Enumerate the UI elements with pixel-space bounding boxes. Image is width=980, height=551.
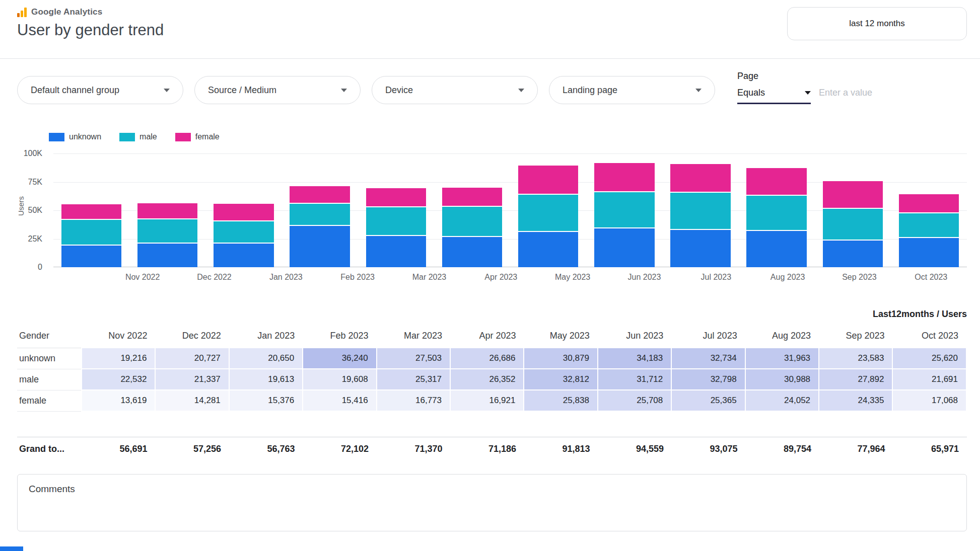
table-cell: 25,365 bbox=[671, 390, 745, 411]
bar-segment-male[interactable] bbox=[442, 207, 502, 237]
chevron-down-icon bbox=[695, 89, 702, 92]
chevron-down-icon bbox=[805, 91, 811, 95]
legend-item-female[interactable]: female bbox=[175, 132, 220, 141]
column-header: Oct 2023 bbox=[892, 326, 966, 348]
bar-segment-unknown[interactable] bbox=[518, 232, 578, 267]
row-label-unknown: unknown bbox=[17, 348, 82, 369]
bar-segment-female[interactable] bbox=[594, 163, 654, 192]
y-axis-ticks: 100K75K50K25K0 bbox=[0, 153, 48, 267]
grand-total-body: Grand to...56,69157,25656,76372,10271,37… bbox=[17, 437, 967, 461]
grand-total-cell: 65,971 bbox=[893, 437, 967, 461]
legend-swatch bbox=[49, 133, 64, 141]
bar-segment-male[interactable] bbox=[823, 209, 883, 241]
table-cell: 34,183 bbox=[598, 348, 671, 369]
table-cell: 25,838 bbox=[524, 390, 597, 411]
bar-segment-male[interactable] bbox=[290, 204, 349, 226]
table-cell: 32,798 bbox=[671, 369, 745, 390]
bar-segment-female[interactable] bbox=[137, 203, 197, 219]
bar-segment-male[interactable] bbox=[214, 221, 273, 244]
bar-segment-female[interactable] bbox=[442, 188, 502, 207]
legend-item-unknown[interactable]: unknown bbox=[49, 132, 101, 141]
table-cell: 19,608 bbox=[303, 369, 376, 390]
filter-landing-page[interactable]: Landing page bbox=[549, 76, 715, 104]
stacked-bar[interactable] bbox=[366, 153, 426, 267]
bar-segment-unknown[interactable] bbox=[214, 244, 273, 267]
x-tick-label: Aug 2023 bbox=[752, 273, 823, 282]
date-range-button[interactable]: last 12 months bbox=[787, 7, 967, 40]
page-filter-row: Equals bbox=[737, 88, 959, 104]
table-cell: 32,812 bbox=[524, 369, 597, 390]
table-row: unknown19,21620,72720,65036,24027,50326,… bbox=[17, 348, 966, 369]
x-tick-label: Jul 2023 bbox=[680, 273, 752, 282]
bar-segment-unknown[interactable] bbox=[670, 230, 730, 267]
bar-group bbox=[129, 153, 205, 267]
table-cell: 15,416 bbox=[303, 390, 376, 411]
bar-segment-male[interactable] bbox=[899, 213, 959, 238]
stacked-bar[interactable] bbox=[746, 153, 806, 267]
stacked-bar[interactable] bbox=[899, 153, 959, 267]
bar-segment-female[interactable] bbox=[670, 164, 730, 193]
stacked-bar[interactable] bbox=[214, 153, 273, 267]
page-filter-operator-label: Equals bbox=[737, 88, 765, 98]
bar-segment-female[interactable] bbox=[290, 186, 349, 204]
stacked-bar[interactable] bbox=[823, 153, 883, 267]
bar-segment-unknown[interactable] bbox=[746, 231, 806, 267]
table-cell: 21,337 bbox=[155, 369, 229, 390]
stacked-bar[interactable] bbox=[442, 153, 502, 267]
page-filter-operator-select[interactable]: Equals bbox=[737, 88, 811, 104]
filter-source-medium[interactable]: Source / Medium bbox=[194, 76, 361, 104]
bar-segment-male[interactable] bbox=[670, 193, 730, 230]
bar-segment-unknown[interactable] bbox=[290, 226, 349, 267]
table-cell: 17,068 bbox=[892, 390, 966, 411]
bar-segment-unknown[interactable] bbox=[137, 244, 197, 267]
bar-segment-unknown[interactable] bbox=[823, 241, 883, 267]
bar-group bbox=[662, 153, 738, 267]
bar-segment-male[interactable] bbox=[137, 219, 197, 244]
bar-segment-female[interactable] bbox=[214, 204, 273, 221]
stacked-bar[interactable] bbox=[670, 153, 730, 267]
bar-segment-female[interactable] bbox=[61, 204, 121, 220]
plot-wrap: Users 100K75K50K25K0 Nov 2022Dec 2022Jan… bbox=[0, 153, 967, 282]
grand-total-label: Grand to... bbox=[17, 437, 82, 461]
bar-segment-male[interactable] bbox=[366, 207, 426, 236]
legend-label: male bbox=[139, 132, 157, 141]
bar-segment-male[interactable] bbox=[594, 192, 654, 228]
grand-total-cell: 94,559 bbox=[598, 437, 672, 461]
filter-device[interactable]: Device bbox=[372, 76, 538, 104]
table-cell: 25,317 bbox=[377, 369, 450, 390]
page-filter-value-input[interactable] bbox=[818, 88, 959, 104]
x-tick-label: May 2023 bbox=[537, 273, 608, 282]
bar-segment-male[interactable] bbox=[746, 196, 806, 231]
stacked-bar[interactable] bbox=[594, 153, 654, 267]
table-cell: 30,988 bbox=[745, 369, 819, 390]
x-tick-label: Jan 2023 bbox=[250, 273, 322, 282]
stacked-bar[interactable] bbox=[518, 153, 578, 267]
table-cell: 22,532 bbox=[82, 369, 155, 390]
bar-segment-unknown[interactable] bbox=[899, 238, 959, 267]
bar-segment-unknown[interactable] bbox=[594, 228, 654, 267]
table-cell: 26,686 bbox=[450, 348, 524, 369]
comments-box[interactable]: Comments bbox=[17, 474, 967, 531]
bar-segment-male[interactable] bbox=[61, 220, 121, 246]
comments-label: Comments bbox=[29, 484, 75, 494]
stacked-bar[interactable] bbox=[61, 153, 121, 267]
table-cell: 16,921 bbox=[450, 390, 524, 411]
stacked-bar[interactable] bbox=[290, 153, 349, 267]
grand-total-cell: 89,754 bbox=[746, 437, 820, 461]
legend-item-male[interactable]: male bbox=[119, 132, 157, 141]
bar-segment-female[interactable] bbox=[518, 166, 578, 195]
bar-segment-male[interactable] bbox=[518, 195, 578, 232]
bar-segment-unknown[interactable] bbox=[366, 236, 426, 267]
bar-segment-unknown[interactable] bbox=[442, 237, 502, 267]
bar-segment-female[interactable] bbox=[366, 188, 426, 207]
plot-area bbox=[53, 153, 967, 267]
stacked-bar[interactable] bbox=[137, 153, 197, 267]
y-tick-label: 0 bbox=[38, 263, 42, 272]
bar-segment-unknown[interactable] bbox=[61, 246, 121, 267]
filter-default-channel-group[interactable]: Default channel group bbox=[17, 76, 183, 104]
bar-segment-female[interactable] bbox=[746, 168, 806, 195]
bar-segment-female[interactable] bbox=[823, 181, 883, 209]
bar-segment-female[interactable] bbox=[899, 194, 959, 214]
y-tick-label: 50K bbox=[28, 206, 42, 215]
grand-total-row: Grand to...56,69157,25656,76372,10271,37… bbox=[17, 437, 967, 461]
